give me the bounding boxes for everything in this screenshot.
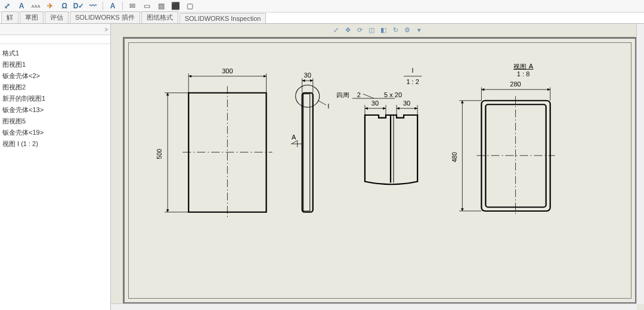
gear-icon[interactable]: ⚙ [402,26,412,34]
hatch-icon[interactable]: ▤ [156,1,166,11]
letter-a-icon[interactable]: A [17,1,26,11]
tab-sheet-format[interactable]: 图纸格式 [141,11,178,23]
text-aaa-icon[interactable]: AAA [31,1,41,11]
panel-toolbar [0,35,110,44]
tree-item[interactable]: 图视图1 [1,59,110,70]
sheet-border: 300 500 30 I [128,42,631,299]
detail-scale: 1 : 2 [406,78,419,85]
refresh-icon[interactable]: ↻ [391,26,400,34]
detail-note-pre: 2 [357,92,361,99]
svg-line-15 [318,101,326,105]
style-icon[interactable]: ◧ [379,26,388,34]
section-label-a: A [292,134,296,141]
svg-rect-35 [485,104,546,207]
viewA-title: 视图 A [513,63,534,70]
panel-header: > [0,24,110,35]
block-icon[interactable]: ⬛ [171,1,180,11]
tree-item[interactable]: 钣金壳体<2> [1,70,110,82]
dim-front-w: 300 [222,68,233,75]
view-controls: ⤢ ✥ ⟳ ◫ ◧ ↻ ⚙ ▾ [329,25,426,35]
wave-icon[interactable]: 〰 [88,1,98,11]
tab-addins[interactable]: SOLIDWORKS 插件 [70,11,140,23]
scrollbar-vertical[interactable] [636,24,644,304]
dimension-icon[interactable]: ⤢ [2,1,12,11]
tree-item[interactable]: 图视图2 [1,82,110,93]
small-a-icon[interactable]: A [108,1,117,11]
dim-viewA-h: 480 [451,152,458,162]
dim-detail-label: I [327,103,329,110]
section-icon[interactable]: ◫ [367,26,376,34]
dim-front-h: 500 [156,148,163,159]
tab-annotate[interactable]: 觧 [1,11,18,23]
tree-item[interactable]: 图视图5 [1,116,110,127]
pan-icon[interactable]: ✥ [343,26,352,34]
dim-viewA-w: 280 [510,81,521,88]
separator [122,2,123,10]
tree-item[interactable]: 钣金壳体<13> [1,104,110,116]
svg-rect-34 [481,101,550,211]
dim-detail-r: 30 [403,100,410,107]
more-icon[interactable]: ▾ [414,26,424,34]
rocket-icon[interactable]: ✈ [45,1,55,11]
separator [103,2,103,10]
detail-note-right: 5 x 20 [384,92,402,99]
balloon-icon[interactable]: Ω [60,1,69,11]
command-manager-tabs: 觧 草图 评估 SOLIDWORKS 插件 图纸格式 SOLIDWORKS In… [0,13,644,24]
feature-manager-panel: > 格式1 图视图1 钣金壳体<2> 图视图2 新开的剖视图1 钣金壳体<13>… [0,24,111,310]
svg-point-14 [296,85,320,107]
chevron-right-icon[interactable]: > [104,26,108,33]
drawing-sheet: 300 500 30 I [123,37,637,304]
detail-title: I [412,67,414,75]
tree-item[interactable]: 格式1 [1,48,110,59]
zoom-fit-icon[interactable]: ⤢ [331,26,340,34]
svg-rect-9 [302,93,313,212]
tree-item[interactable]: 钣金壳体<19> [1,127,110,138]
envelope-icon[interactable]: ✉ [128,1,137,11]
tree-item[interactable]: 新开的剖视图1 [1,93,110,104]
svg-line-18 [363,94,374,98]
box-icon[interactable]: ▭ [142,1,151,11]
check-d-icon[interactable]: D✓ [74,1,83,11]
rotate-icon[interactable]: ⟳ [355,26,364,34]
viewA-scale: 1 : 8 [517,70,530,78]
detail-note-left: 四周 [336,92,350,99]
tab-sketch[interactable]: 草图 [20,11,44,23]
dim-detail-l: 30 [371,100,379,107]
svg-rect-10 [304,94,310,211]
scrollbar-horizontal[interactable] [111,303,637,310]
feature-tree[interactable]: 格式1 图视图1 钣金壳体<2> 图视图2 新开的剖视图1 钣金壳体<13> 图… [0,44,110,150]
tab-inspection[interactable]: SOLIDWORKS Inspection [179,13,267,23]
square-icon[interactable]: ▢ [185,1,194,11]
tab-evaluate[interactable]: 评估 [45,11,69,23]
formatting-toolbar: ⤢ A AAA ✈ Ω D✓ 〰 A ✉ ▭ ▤ ⬛ ▢ [0,0,644,13]
drawing-viewport[interactable]: ⤢ ✥ ⟳ ◫ ◧ ↻ ⚙ ▾ [111,24,644,310]
drawing-svg: 300 500 30 I [129,43,631,298]
dim-side-w: 30 [304,72,311,79]
tree-item[interactable]: 视图 I (1 : 2) [1,138,110,150]
